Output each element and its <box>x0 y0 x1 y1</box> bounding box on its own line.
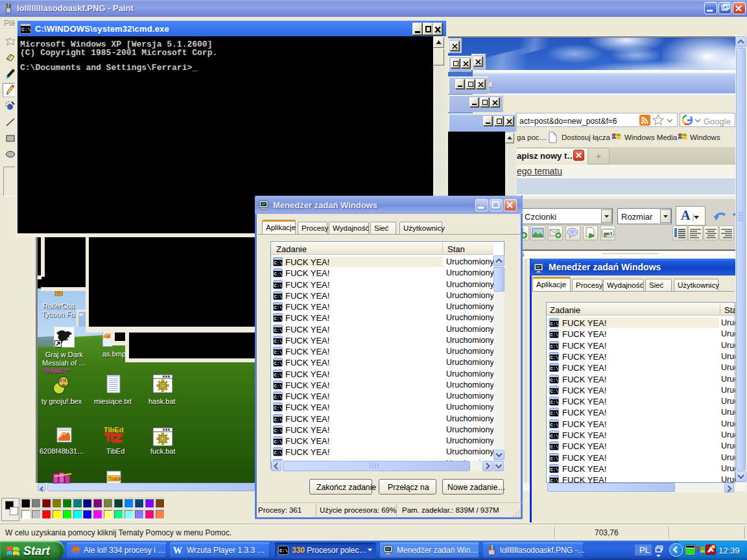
svg-text:C:\: C:\ <box>274 316 283 321</box>
svg-text:C:\: C:\ <box>551 467 559 472</box>
svg-text:gml: gml <box>604 231 613 237</box>
svg-text:C:\: C:\ <box>274 261 283 266</box>
svg-text:C:\: C:\ <box>274 272 283 277</box>
svg-text:C:\: C:\ <box>551 445 559 450</box>
svg-text:C:\: C:\ <box>274 417 283 423</box>
svg-text:C:\: C:\ <box>551 389 559 394</box>
svg-text:C:\: C:\ <box>551 366 559 371</box>
svg-text:C:\: C:\ <box>274 305 283 310</box>
svg-text:C:\: C:\ <box>274 294 283 299</box>
svg-text:C:\: C:\ <box>274 439 283 445</box>
svg-text:C:\: C:\ <box>551 355 559 360</box>
svg-text:C:\: C:\ <box>21 27 31 32</box>
svg-text:C:\: C:\ <box>551 411 559 416</box>
svg-text:C:\: C:\ <box>551 378 559 383</box>
svg-text:C:\: C:\ <box>274 328 283 333</box>
svg-text:C:\: C:\ <box>274 283 283 288</box>
svg-text:TibEd: TibEd <box>104 426 123 434</box>
svg-text:W: W <box>173 546 182 555</box>
svg-text:C:\: C:\ <box>274 350 283 355</box>
svg-text:TibEd: TibEd <box>109 476 121 481</box>
svg-text:C:\: C:\ <box>551 400 559 405</box>
svg-text:C:\: C:\ <box>551 321 559 327</box>
svg-text:C:\: C:\ <box>551 332 559 338</box>
svg-text:C:\: C:\ <box>274 339 283 344</box>
svg-text:C:\: C:\ <box>274 373 283 378</box>
svg-text:C:\: C:\ <box>274 395 283 400</box>
svg-text:C:\: C:\ <box>274 450 283 456</box>
svg-text:C:\: C:\ <box>551 423 559 428</box>
svg-text:C:\: C:\ <box>279 548 288 554</box>
svg-text:C:\: C:\ <box>551 434 559 439</box>
svg-text:C:\: C:\ <box>274 361 283 366</box>
svg-text:C:\: C:\ <box>274 406 283 411</box>
svg-text:C:\: C:\ <box>274 428 283 434</box>
svg-text:C:\: C:\ <box>551 456 559 461</box>
svg-text:C:\: C:\ <box>551 344 559 349</box>
svg-text:C:\: C:\ <box>274 384 283 389</box>
